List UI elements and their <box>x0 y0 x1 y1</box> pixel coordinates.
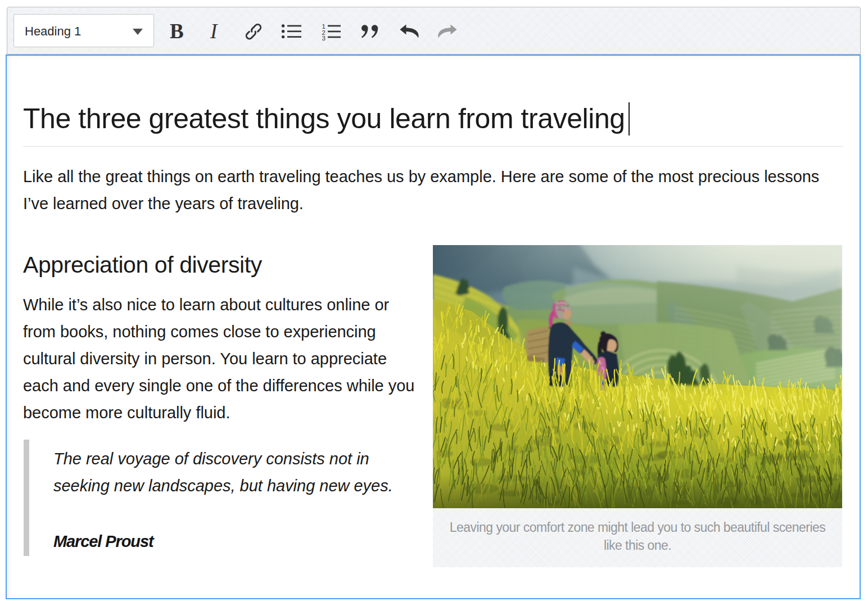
svg-text:3: 3 <box>322 35 326 40</box>
